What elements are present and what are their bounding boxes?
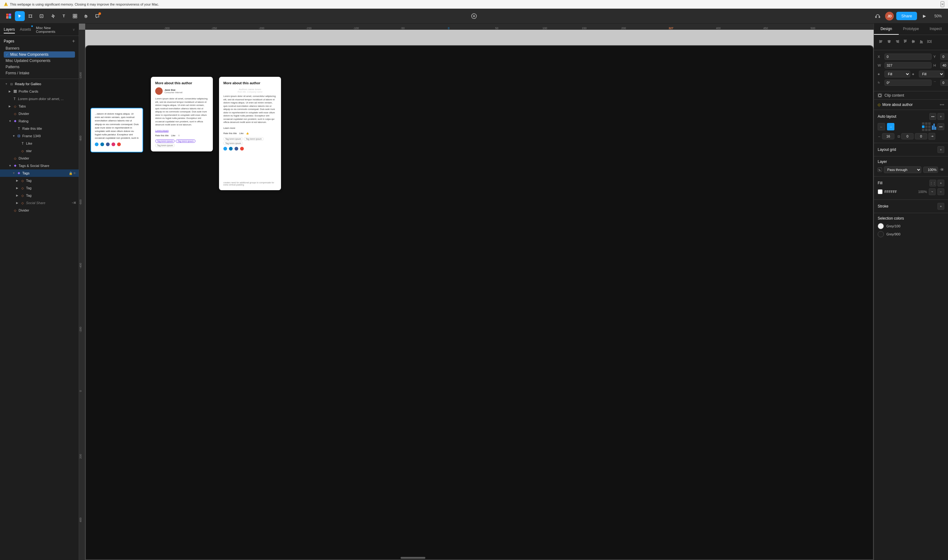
page-banners[interactable]: Banners bbox=[4, 45, 75, 51]
add-page-button[interactable]: + bbox=[72, 38, 75, 44]
al-dir-left-button[interactable]: ← bbox=[878, 123, 885, 131]
layer-social-share[interactable]: ▶ ◇ Social Share ~⌘ bbox=[0, 199, 79, 206]
visibility-toggle-button[interactable]: 👁 bbox=[940, 167, 944, 172]
opacity-input[interactable] bbox=[923, 167, 938, 173]
tool-select-button[interactable] bbox=[15, 11, 25, 21]
page-misc-updated[interactable]: Misc Updated Components bbox=[4, 58, 75, 64]
more-options-button[interactable]: ••• bbox=[940, 102, 944, 107]
distribute-h-button[interactable] bbox=[926, 38, 933, 45]
layer-divider-2[interactable]: ◇ Divider bbox=[0, 155, 79, 162]
auto-layout-more-button[interactable]: ••• bbox=[930, 113, 936, 120]
tab-layers[interactable]: Layers bbox=[4, 26, 15, 34]
grey100-swatch[interactable] bbox=[878, 223, 884, 229]
align-middle-button[interactable] bbox=[910, 38, 917, 45]
figma-menu-button[interactable] bbox=[4, 11, 14, 21]
x-input[interactable]: 0 bbox=[885, 54, 931, 60]
fill-opacity-stepper[interactable]: ~ bbox=[929, 188, 936, 195]
fill-type-select[interactable]: Fill Hug Fixed bbox=[885, 71, 910, 77]
al-align-cell[interactable] bbox=[925, 129, 928, 131]
tool-shape-button[interactable] bbox=[37, 11, 46, 21]
al-more-button[interactable]: ••• bbox=[937, 123, 944, 130]
gap-input[interactable] bbox=[882, 133, 894, 139]
corner-input[interactable] bbox=[940, 80, 948, 86]
al-align-cell[interactable] bbox=[928, 125, 931, 128]
layer-like[interactable]: T Like bbox=[0, 140, 79, 147]
page-patterns[interactable]: Patterns bbox=[4, 64, 75, 70]
al-dir-right-button[interactable]: → bbox=[887, 123, 894, 131]
al-align-cell[interactable] bbox=[922, 122, 925, 125]
align-center-h-button[interactable] bbox=[886, 38, 893, 45]
align-top-button[interactable] bbox=[902, 38, 909, 45]
page-forms[interactable]: Forms / Intake bbox=[4, 70, 75, 76]
al-expand-button[interactable] bbox=[928, 133, 935, 140]
tool-frame-button[interactable] bbox=[25, 11, 35, 21]
layer-rate-title[interactable]: T Rate this title bbox=[0, 125, 79, 132]
fill-color-swatch[interactable] bbox=[878, 189, 883, 194]
horizontal-scrollbar-thumb[interactable] bbox=[400, 557, 425, 559]
auto-layout-add-button[interactable]: + bbox=[937, 113, 944, 120]
al-align-cell[interactable] bbox=[928, 129, 931, 131]
tab-design[interactable]: Design bbox=[874, 23, 899, 35]
al-align-cell-active[interactable] bbox=[922, 125, 925, 128]
component-row: ◇ More about author ••• bbox=[874, 100, 948, 110]
page-misc-new[interactable]: ✓ Misc New Components bbox=[4, 51, 75, 58]
warning-close-button[interactable]: × bbox=[940, 1, 944, 7]
layer-frame-1349[interactable]: ▼ Frame 1349 bbox=[0, 132, 79, 140]
layer-tabs[interactable]: ▶ ◇ Tabs bbox=[0, 103, 79, 110]
tool-component-button[interactable] bbox=[70, 11, 80, 21]
align-left-button[interactable] bbox=[878, 38, 885, 45]
align-right-button[interactable] bbox=[894, 38, 900, 45]
layer-rating[interactable]: ▼ Rating bbox=[0, 117, 79, 125]
align-bottom-button[interactable] bbox=[918, 38, 925, 45]
tab-assets[interactable]: Assets bbox=[20, 26, 31, 34]
stroke-add-button[interactable]: + bbox=[937, 203, 944, 210]
layer-star[interactable]: ◇ star bbox=[0, 147, 79, 155]
al-align-cell[interactable] bbox=[925, 125, 928, 128]
grey900-swatch[interactable] bbox=[878, 231, 884, 237]
h-input[interactable] bbox=[940, 62, 948, 68]
rate-label: Rate this title bbox=[155, 134, 169, 137]
headphone-button[interactable] bbox=[873, 11, 883, 21]
layer-divider-3[interactable]: ◇ Divider bbox=[0, 206, 79, 214]
al-align-cell[interactable] bbox=[922, 129, 925, 131]
layer-lorem-text[interactable]: T Lorem ipsum dolor sit amet, ... bbox=[0, 95, 79, 103]
tool-text-button[interactable]: T bbox=[59, 11, 69, 21]
canvas-area[interactable]: -300 -250 -200 -150 -100 -50 0 50 100 15… bbox=[79, 23, 874, 560]
y-input[interactable]: 0 bbox=[940, 54, 948, 60]
layer-tag-3[interactable]: ▶ ◇ Tag bbox=[0, 192, 79, 199]
play-button[interactable]: ▶ bbox=[919, 11, 930, 21]
svg-rect-33 bbox=[906, 41, 906, 42]
padding-v-input[interactable] bbox=[915, 133, 927, 139]
share-button[interactable]: Share bbox=[896, 12, 917, 20]
fill-type-select-2[interactable]: Fill Hug Fixed bbox=[919, 71, 945, 77]
ready-for-galileo-section[interactable]: ▼ ⊟ Ready for Galileo bbox=[0, 80, 79, 88]
rotation-input[interactable] bbox=[885, 80, 931, 86]
al-align-cell[interactable] bbox=[928, 122, 931, 125]
layer-divider-1[interactable]: ◇ Divider bbox=[0, 110, 79, 117]
fill-add-button[interactable]: + bbox=[937, 180, 944, 186]
fill-grid-button[interactable]: ⋮⋮ bbox=[930, 180, 936, 186]
tool-pen-button[interactable] bbox=[48, 11, 58, 21]
layer-tag-2[interactable]: ▶ ◇ Tag bbox=[0, 184, 79, 192]
canvas-viewport[interactable]: ...labore et dolore magna aliqua. Ut eni… bbox=[85, 30, 874, 560]
fill-remove-button[interactable]: − bbox=[937, 188, 944, 195]
layer-tags[interactable]: ▼ Tags 🔒 👁 bbox=[0, 169, 79, 177]
tab-prototype[interactable]: Prototype bbox=[899, 23, 923, 35]
user-avatar[interactable]: JD bbox=[885, 12, 894, 20]
section-icon: ⊟ bbox=[9, 82, 14, 86]
layer-name: Ready for Galileo bbox=[15, 82, 76, 86]
tool-comment-button[interactable] bbox=[92, 11, 102, 21]
center-logo-button[interactable] bbox=[469, 11, 479, 21]
layer-tag-1[interactable]: ▶ ◇ Tag bbox=[0, 177, 79, 184]
zoom-button[interactable]: 50% bbox=[932, 13, 944, 20]
tool-hand-button[interactable] bbox=[81, 11, 91, 21]
padding-h-input[interactable] bbox=[901, 133, 914, 139]
al-align-cell[interactable] bbox=[925, 122, 928, 125]
w-input[interactable] bbox=[885, 62, 931, 68]
layer-profile-cards[interactable]: ▶ Profile Cards bbox=[0, 88, 79, 95]
blend-mode-select[interactable]: Pass through Normal Multiply Screen Over… bbox=[884, 166, 921, 173]
layer-tags-social[interactable]: ▼ Tags & Social Share bbox=[0, 162, 79, 169]
layout-grid-add-button[interactable]: + bbox=[937, 146, 944, 153]
tab-inspect[interactable]: Inspect bbox=[923, 23, 948, 35]
clip-checkbox[interactable] bbox=[878, 93, 882, 98]
